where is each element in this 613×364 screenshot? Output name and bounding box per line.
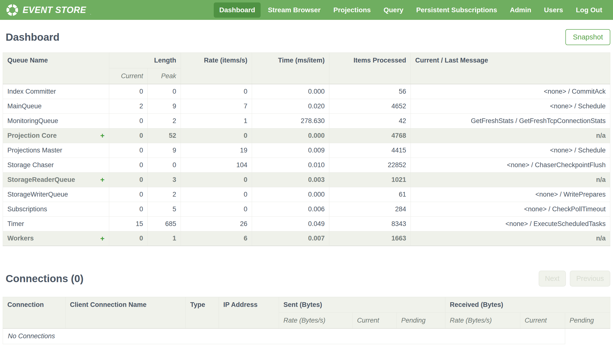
nav-item[interactable]: Projections <box>328 2 376 18</box>
queue-peak-cell: 0 <box>148 158 181 172</box>
queue-name: Index Committer <box>7 88 56 95</box>
col-sent-bytes: Sent (Bytes) <box>279 297 445 313</box>
queue-rate-cell: 104 <box>181 158 252 172</box>
queue-time-cell: 0.006 <box>252 202 329 216</box>
next-button[interactable]: Next <box>539 271 566 286</box>
col-length-current: Current <box>109 68 148 84</box>
queue-time-cell: 0.003 <box>252 172 329 187</box>
col-time: Time (ms/item) <box>252 53 329 84</box>
queue-message-cell: <none> / Schedule <box>411 99 610 114</box>
queue-rate-cell: 0 <box>181 128 252 143</box>
queue-items-cell: 8343 <box>329 216 411 231</box>
queue-rate-cell: 7 <box>181 99 252 114</box>
queue-name: StorageReaderQueue <box>7 176 75 183</box>
queue-name-cell: StorageWriterQueue + <box>3 187 109 202</box>
expand-plus-icon[interactable]: + <box>100 176 105 184</box>
expand-plus-icon[interactable]: + <box>100 234 105 243</box>
queue-message-cell: GetFreshStats / GetFreshTcpConnectionSta… <box>411 114 610 128</box>
col-received-bytes: Received (Bytes) <box>445 297 610 313</box>
col-received-rate: Rate (Bytes/s) <box>445 313 520 329</box>
queue-name: StorageWriterQueue <box>7 191 68 198</box>
queue-rate-cell: 6 <box>181 231 252 246</box>
queue-time-cell: 0.000 <box>252 128 329 143</box>
queue-message-cell: n/a <box>411 172 610 187</box>
nav-item[interactable]: Log Out <box>571 2 608 18</box>
queue-current-cell: 0 <box>109 202 148 216</box>
no-connections-text: No Connections <box>3 328 565 344</box>
queue-current-cell: 2 <box>109 99 148 114</box>
col-client-connection-name: Client Connection Name <box>66 297 186 329</box>
queue-peak-cell: 52 <box>148 128 181 143</box>
previous-button[interactable]: Previous <box>570 271 610 286</box>
queue-time-cell: 0.049 <box>252 216 329 231</box>
queue-rate-cell: 0 <box>181 202 252 216</box>
queue-name: Projections Master <box>7 147 62 154</box>
queue-items-cell: 61 <box>329 187 411 202</box>
col-items-processed: Items Processed <box>329 53 411 84</box>
queue-message-cell: n/a <box>411 231 610 246</box>
queue-stats-table: Queue Name Length Rate (items/s) Time (m… <box>3 52 610 246</box>
queue-items-cell: 1663 <box>329 231 411 246</box>
col-sent-rate: Rate (Bytes/s) <box>279 313 353 329</box>
queue-name-cell: MainQueue + <box>3 99 109 114</box>
nav-item[interactable]: Admin <box>504 2 537 18</box>
queue-current-cell: 0 <box>109 231 148 246</box>
queue-name-cell: Projections Master + <box>3 143 109 158</box>
connections-table: Connection Client Connection Name Type I… <box>3 297 610 344</box>
queue-items-cell: 1021 <box>329 172 411 187</box>
queue-peak-cell: 2 <box>148 187 181 202</box>
queue-items-cell: 4652 <box>329 99 411 114</box>
queue-message-cell: <none> / ExecuteScheduledTasks <box>411 216 610 231</box>
queue-time-cell: 0.010 <box>252 158 329 172</box>
col-queue-name: Queue Name <box>3 53 109 84</box>
nav-item[interactable]: Persistent Subscriptions <box>411 2 503 18</box>
queue-time-cell: 278.630 <box>252 114 329 128</box>
queue-name-cell: StorageReaderQueue + <box>3 172 109 187</box>
queue-current-cell: 0 <box>109 158 148 172</box>
queue-message-cell: <none> / ChaserCheckpointFlush <box>411 158 610 172</box>
queue-current-cell: 15 <box>109 216 148 231</box>
queue-peak-cell: 9 <box>148 99 181 114</box>
col-received-pending: Pending <box>565 313 610 329</box>
queue-rate-cell: 19 <box>181 143 252 158</box>
no-connections-row: No Connections <box>3 328 610 344</box>
queue-row: StorageWriterQueue + 0 2 0 0.000 61 <non… <box>3 187 610 202</box>
queue-items-cell: 4768 <box>329 128 411 143</box>
queue-name-cell: MonitoringQueue + <box>3 114 109 128</box>
col-message: Current / Last Message <box>411 53 610 84</box>
queue-items-cell: 284 <box>329 202 411 216</box>
queue-name: Workers <box>7 234 34 242</box>
queue-time-cell: 0.009 <box>252 143 329 158</box>
queue-row: MonitoringQueue + 0 2 1 278.630 42 GetFr… <box>3 114 610 128</box>
queue-name: MainQueue <box>7 103 42 110</box>
queue-time-cell: 0.007 <box>252 231 329 246</box>
col-connection: Connection <box>3 297 66 329</box>
snapshot-button[interactable]: Snapshot <box>565 29 610 45</box>
queue-row: Storage Chaser + 0 0 104 0.010 22852 <no… <box>3 158 610 172</box>
queue-name-cell: Workers + <box>3 231 109 246</box>
queue-peak-cell: 5 <box>148 202 181 216</box>
queue-current-cell: 0 <box>109 143 148 158</box>
queue-row: MainQueue + 2 9 7 0.020 4652 <none> / Sc… <box>3 99 610 114</box>
nav-item[interactable]: Dashboard <box>214 2 260 18</box>
nav-menu: Dashboard Stream Browser Projections Que… <box>214 2 608 18</box>
queue-time-cell: 0.000 <box>252 187 329 202</box>
queue-message-cell: <none> / CommitAck <box>411 84 610 99</box>
queue-message-cell: <none> / WritePrepares <box>411 187 610 202</box>
queue-message-cell: <none> / CheckPollTimeout <box>411 202 610 216</box>
event-store-logo[interactable]: EVENT STORE . <box>5 3 91 17</box>
nav-item[interactable]: Stream Browser <box>263 2 326 18</box>
nav-item[interactable]: Users <box>539 2 569 18</box>
queue-current-cell: 0 <box>109 84 148 99</box>
expand-plus-icon[interactable]: + <box>100 131 105 140</box>
queue-peak-cell: 3 <box>148 172 181 187</box>
col-sent-current: Current <box>353 313 397 329</box>
brand-text: EVENT STORE <box>23 5 86 15</box>
connections-pager: Next Previous <box>539 271 610 286</box>
queue-rate-cell: 0 <box>181 84 252 99</box>
nav-item[interactable]: Query <box>378 2 409 18</box>
queue-row: Index Committer + 0 0 0 0.000 56 <none> … <box>3 84 610 99</box>
top-nav: EVENT STORE . Dashboard Stream Browser P… <box>0 0 613 20</box>
queue-items-cell: 42 <box>329 114 411 128</box>
queue-row: StorageReaderQueue + 0 3 0 0.003 1021 n/… <box>3 172 610 187</box>
